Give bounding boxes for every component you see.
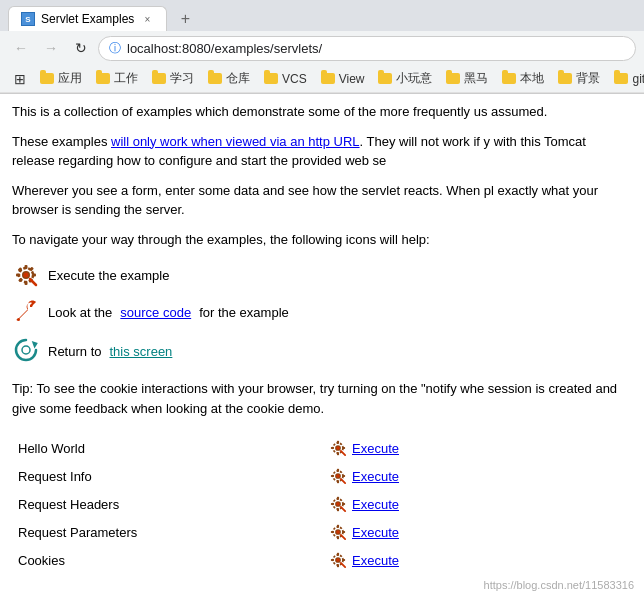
svg-rect-18 bbox=[337, 452, 339, 455]
bookmark-label: 学习 bbox=[170, 70, 194, 87]
svg-point-14 bbox=[22, 346, 30, 354]
svg-line-29 bbox=[341, 479, 345, 483]
bookmark-label: github bbox=[632, 72, 644, 86]
svg-rect-42 bbox=[337, 536, 339, 539]
svg-rect-35 bbox=[331, 503, 334, 505]
execute-link[interactable]: Execute bbox=[352, 553, 399, 568]
intro-paragraph-3: Wherever you see a form, enter some data… bbox=[12, 181, 632, 220]
svg-point-12 bbox=[17, 318, 20, 321]
bookmark-label: 黑马 bbox=[464, 70, 488, 87]
table-row: Request Parameters Exe bbox=[12, 518, 632, 546]
example-name: Cookies bbox=[12, 546, 322, 574]
execute-svg bbox=[12, 261, 40, 289]
bookmark-学习[interactable]: 学习 bbox=[146, 68, 200, 89]
refresh-button[interactable]: ↻ bbox=[68, 35, 94, 61]
tip-paragraph: Tip: To see the cookie interactions with… bbox=[12, 379, 632, 418]
svg-rect-49 bbox=[337, 553, 339, 556]
svg-line-37 bbox=[341, 507, 345, 511]
example-name: Request Info bbox=[12, 462, 322, 490]
bookmark-label: 本地 bbox=[520, 70, 544, 87]
this-screen-link[interactable]: this screen bbox=[109, 344, 172, 359]
bookmark-label: 仓库 bbox=[226, 70, 250, 87]
back-button[interactable]: ← bbox=[8, 35, 34, 61]
svg-rect-36 bbox=[342, 503, 345, 505]
navigation-bar: ← → ↻ ⓘ localhost:8080/examples/servlets… bbox=[0, 31, 644, 65]
execute-link[interactable]: Execute bbox=[352, 497, 399, 512]
svg-point-22 bbox=[336, 446, 340, 450]
execute-cell: Execute bbox=[322, 434, 632, 462]
execute-link[interactable]: Execute bbox=[352, 525, 399, 540]
execute-icon-small bbox=[328, 494, 348, 514]
bookmark-小玩意[interactable]: 小玩意 bbox=[372, 68, 438, 89]
execute-icon-row: Execute the example bbox=[12, 261, 632, 289]
example-name: Request Parameters bbox=[12, 518, 322, 546]
execute-cell: Execute bbox=[322, 490, 632, 518]
tab-title: Servlet Examples bbox=[41, 12, 134, 26]
bookmark-黑马[interactable]: 黑马 bbox=[440, 68, 494, 89]
svg-rect-51 bbox=[331, 559, 334, 561]
bookmark-应用[interactable]: 应用 bbox=[34, 68, 88, 89]
execute-cell: Execute bbox=[322, 518, 632, 546]
folder-icon bbox=[208, 73, 222, 84]
active-tab[interactable]: S Servlet Examples × bbox=[8, 6, 167, 31]
folder-icon bbox=[40, 73, 54, 84]
new-tab-button[interactable]: + bbox=[173, 7, 197, 31]
svg-rect-27 bbox=[331, 475, 334, 477]
svg-rect-8 bbox=[18, 278, 23, 283]
execute-cell: Execute bbox=[322, 546, 632, 574]
svg-rect-33 bbox=[337, 497, 339, 500]
svg-rect-43 bbox=[331, 531, 334, 533]
page-content: This is a collection of examples which d… bbox=[0, 94, 644, 582]
execute-label: Execute the example bbox=[48, 268, 169, 283]
source-label-before: Look at the bbox=[48, 305, 112, 320]
bookmark-本地[interactable]: 本地 bbox=[496, 68, 550, 89]
svg-rect-28 bbox=[342, 475, 345, 477]
execute-link[interactable]: Execute bbox=[352, 441, 399, 456]
svg-line-53 bbox=[341, 563, 345, 567]
bookmark-github[interactable]: github bbox=[608, 70, 644, 88]
example-name: Hello World bbox=[12, 434, 322, 462]
bookmark-label: 小玩意 bbox=[396, 70, 432, 87]
url-text: localhost:8080/examples/servlets/ bbox=[127, 41, 322, 56]
svg-rect-9 bbox=[29, 267, 34, 272]
source-label-after: for the example bbox=[199, 305, 289, 320]
apps-button[interactable]: ⊞ bbox=[8, 69, 32, 89]
folder-icon bbox=[264, 73, 278, 84]
http-url-link[interactable]: will only work when viewed via an http U… bbox=[111, 134, 360, 149]
svg-rect-3 bbox=[25, 281, 28, 285]
folder-icon bbox=[378, 73, 392, 84]
bookmark-VCS[interactable]: VCS bbox=[258, 70, 313, 88]
svg-line-45 bbox=[341, 535, 345, 539]
svg-rect-5 bbox=[32, 274, 36, 277]
execute-icon-small bbox=[328, 438, 348, 458]
source-code-link[interactable]: source code bbox=[120, 305, 191, 320]
table-row: Request Info Execute bbox=[12, 462, 632, 490]
svg-point-54 bbox=[336, 558, 340, 562]
tab-favicon: S bbox=[21, 12, 35, 26]
address-bar[interactable]: ⓘ localhost:8080/examples/servlets/ bbox=[98, 36, 636, 61]
bookmark-背景[interactable]: 背景 bbox=[552, 68, 606, 89]
execute-link[interactable]: Execute bbox=[352, 469, 399, 484]
bookmarks-bar: ⊞ 应用 工作 学习 仓库 VCS View 小玩意 bbox=[0, 65, 644, 93]
forward-button[interactable]: → bbox=[38, 35, 64, 61]
svg-rect-4 bbox=[16, 274, 20, 277]
lock-icon: ⓘ bbox=[109, 40, 121, 57]
svg-rect-6 bbox=[18, 267, 23, 272]
example-name: Request Headers bbox=[12, 490, 322, 518]
bookmark-仓库[interactable]: 仓库 bbox=[202, 68, 256, 89]
bookmark-View[interactable]: View bbox=[315, 70, 371, 88]
svg-rect-34 bbox=[337, 508, 339, 511]
execute-link-row: Execute bbox=[328, 466, 626, 486]
examples-table: Hello World Execute bbox=[12, 434, 632, 574]
svg-point-11 bbox=[24, 273, 29, 278]
svg-point-46 bbox=[336, 530, 340, 534]
svg-rect-17 bbox=[337, 441, 339, 444]
svg-point-38 bbox=[336, 502, 340, 506]
bookmark-label: VCS bbox=[282, 72, 307, 86]
return-icon-row: Return to this screen bbox=[12, 336, 632, 367]
svg-rect-41 bbox=[337, 525, 339, 528]
bookmark-工作[interactable]: 工作 bbox=[90, 68, 144, 89]
tab-close-button[interactable]: × bbox=[140, 12, 154, 26]
folder-icon bbox=[614, 73, 628, 84]
svg-rect-25 bbox=[337, 469, 339, 472]
